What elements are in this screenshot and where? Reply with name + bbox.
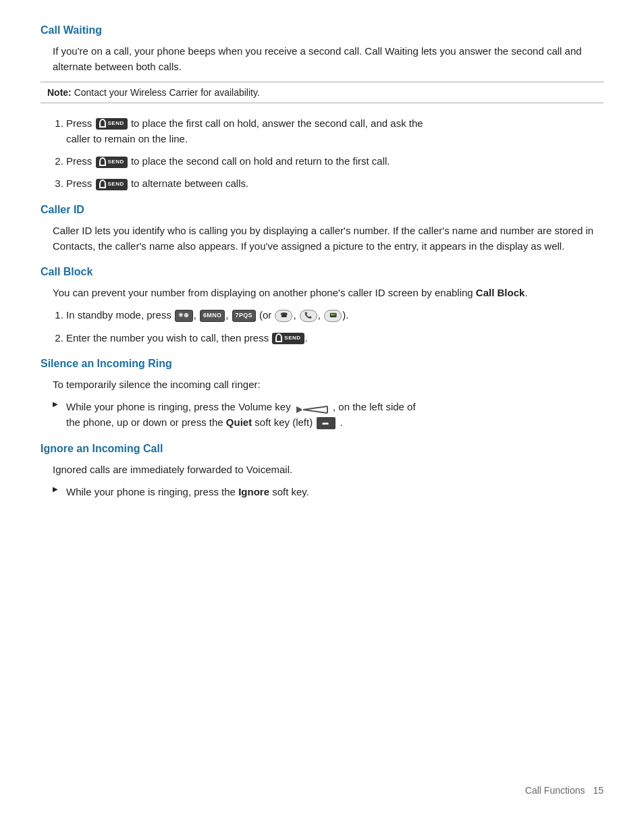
send-key-1: SEND (96, 118, 128, 130)
section-ignore-call: Ignore an Incoming Call Ignored calls ar… (41, 443, 603, 500)
ignore-label: Ignore (238, 486, 269, 497)
heading-call-block: Call Block (41, 266, 603, 278)
bullet-ignore-1: While your phone is ringing, press the I… (53, 484, 603, 499)
note-text: Contact your Wireless Carrier for availa… (72, 87, 260, 98)
step-1: Press SEND to place the first call on ho… (66, 115, 603, 147)
svg-line-2 (303, 410, 327, 413)
send-label-2: SEND (108, 158, 124, 166)
send-icon-2 (99, 157, 106, 166)
section-silence-ring: Silence an Incoming Ring To temporarily … (41, 358, 603, 431)
bullets-silence-ring: While your phone is ringing, press the V… (53, 399, 603, 431)
body-call-block-prefix: You can prevent your number from display… (53, 287, 476, 298)
send-label-1: SEND (108, 119, 124, 128)
section-call-waiting: Call Waiting If you're on a call, your p… (41, 24, 603, 192)
send-key-3: SEND (96, 179, 128, 190)
section-caller-id: Caller ID Caller ID lets you identify wh… (41, 204, 603, 254)
footer-title: Call Functions (525, 785, 585, 796)
send-icon-1 (99, 119, 106, 128)
note-label: Note: (47, 87, 72, 98)
body-silence-ring: To temporarily silence the incoming call… (53, 377, 603, 392)
body-ignore-call: Ignored calls are immediately forwarded … (53, 462, 603, 477)
send-label-4: SEND (284, 334, 300, 342)
send-icon-4 (275, 333, 282, 342)
svg-marker-0 (296, 406, 302, 413)
steps-call-block: In standby mode, press ✳⊕, 6MNO, 7PQS (o… (66, 307, 603, 346)
6mno-key-icon: 6MNO (200, 310, 225, 322)
send-label-3: SEND (108, 180, 124, 188)
quiet-label: Quiet (226, 416, 252, 428)
call-block-step-1: In standby mode, press ✳⊕, 6MNO, 7PQS (o… (66, 307, 603, 323)
steps-call-waiting: Press SEND to place the first call on ho… (66, 115, 603, 192)
section-call-block: Call Block You can prevent your number f… (41, 266, 603, 346)
body-call-block: You can prevent your number from display… (53, 285, 603, 300)
7pqs-key-icon: 7PQS (232, 310, 256, 322)
heading-silence-ring: Silence an Incoming Ring (41, 358, 603, 370)
heading-caller-id: Caller ID (41, 204, 603, 216)
body-call-block-suffix: . (525, 287, 527, 298)
note-box-call-waiting: Note: Contact your Wireless Carrier for … (41, 82, 603, 103)
volume-key-icon (295, 403, 329, 412)
bullets-ignore-call: While your phone is ringing, press the I… (53, 484, 603, 499)
send-key-2: SEND (96, 157, 128, 168)
body-call-block-bold: Call Block (476, 287, 525, 298)
bullet-silence-1: While your phone is ringing, press the V… (53, 399, 603, 431)
alt-key-3-icon: 📟 (324, 310, 342, 322)
footer-page-number: 15 (593, 785, 603, 796)
send-key-4: SEND (272, 333, 304, 344)
alt-key-2-icon: 📞 (300, 310, 317, 322)
send-icon-3 (99, 180, 106, 188)
step-2: Press SEND to place the second call on h… (66, 153, 603, 169)
quiet-key-icon: ▬ (317, 417, 336, 429)
heading-ignore-call: Ignore an Incoming Call (41, 443, 603, 455)
page-footer: Call Functions 15 (525, 785, 603, 796)
svg-line-1 (303, 406, 327, 410)
step-3: Press SEND to alternate between calls. (66, 175, 603, 191)
heading-call-waiting: Call Waiting (41, 24, 603, 36)
body-caller-id: Caller ID lets you identify who is calli… (53, 223, 603, 254)
call-block-step-2: Enter the number you wish to call, then … (66, 330, 603, 346)
body-call-waiting: If you're on a call, your phone beeps wh… (53, 43, 603, 75)
alt-key-1-icon: ☎ (275, 310, 292, 322)
star-key-icon: ✳⊕ (175, 310, 193, 322)
